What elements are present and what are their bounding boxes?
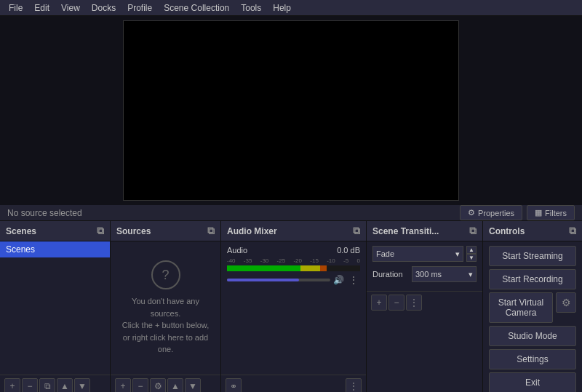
scenes-down-button[interactable]: ▼ [74,378,90,392]
sources-add-button[interactable]: + [115,378,131,392]
audio-mixer-panel: Audio Mixer ⧉ Audio 0.0 dB -40 -35 -30 -… [221,221,367,392]
audio-mixer-title: Audio Mixer [227,226,277,236]
audio-db: 0.0 dB [337,246,360,255]
transition-up-btn[interactable]: ▲ [466,246,477,254]
audio-meter [227,265,360,271]
transitions-content: Fade ▾ ▲ ▼ Duration 300 ms ▾ [367,241,482,291]
audio-row: Audio 0.0 dB [227,246,360,255]
studio-mode-button[interactable]: Studio Mode [489,326,576,346]
audio-options-button[interactable]: ⋮ [346,378,362,392]
preview-canvas [123,20,459,201]
controls-header: Controls ⧉ [483,221,582,241]
duration-label: Duration [372,270,409,279]
transition-add-button[interactable]: + [371,295,387,311]
scenes-add-button[interactable]: + [4,378,20,392]
scene-item-scenes[interactable]: Scenes [0,241,110,257]
properties-button[interactable]: ⚙ Properties [460,205,522,220]
meter-green [227,265,300,271]
source-status: No source selected [7,208,82,218]
transition-options-button[interactable]: ⋮ [406,295,422,311]
duration-chevron-icon: ▾ [469,270,473,279]
sources-empty-icon: ? [151,260,180,289]
menu-docks[interactable]: Docks [86,1,121,15]
scenes-toolbar: + − ⧉ ▲ ▼ [0,375,110,392]
chevron-down-icon: ▾ [455,249,460,259]
sources-down-button[interactable]: ▼ [185,378,201,392]
speaker-icon[interactable]: 🔊 [333,275,344,285]
volume-slider[interactable] [227,279,330,281]
sources-panel-icon[interactable]: ⧉ [207,225,215,237]
meter-red [320,265,327,271]
sources-content: ? You don't have any sources.Click the +… [111,241,220,375]
sources-panel: Sources ⧉ ? You don't have any sources.C… [111,221,221,392]
controls-panel-icon[interactable]: ⧉ [569,225,576,237]
audio-controls-row: 🔊 ⋮ [227,274,360,286]
audio-label: Audio [227,246,247,255]
controls-panel: Controls ⧉ Start Streaming Start Recordi… [483,221,582,392]
sources-settings-button[interactable]: ⚙ [150,378,166,392]
start-streaming-button[interactable]: Start Streaming [489,246,576,266]
scenes-title: Scenes [6,226,36,236]
start-virtual-camera-button[interactable]: Start Virtual Camera [489,292,553,323]
menu-edit[interactable]: Edit [28,1,55,15]
scenes-up-button[interactable]: ▲ [57,378,73,392]
menu-profile[interactable]: Profile [121,1,158,15]
volume-fill [227,279,299,281]
audio-toolbar: ⚭ ⋮ [221,375,366,392]
source-bar: No source selected ⚙ Properties ▦ Filter… [0,205,582,221]
meter-dark [327,265,360,271]
scenes-panel-icon[interactable]: ⧉ [97,225,104,237]
menu-view[interactable]: View [55,1,86,15]
meter-labels: -40 -35 -30 -25 -20 -15 -10 -5 0 [227,257,360,264]
transitions-header: Scene Transiti... ⧉ [367,221,482,241]
virtual-camera-row: Start Virtual Camera ⚙ [489,292,576,323]
start-recording-button[interactable]: Start Recording [489,269,576,289]
audio-mixer-icon[interactable]: ⧉ [353,225,360,237]
audio-content: Audio 0.0 dB -40 -35 -30 -25 -20 -15 -10… [221,241,366,375]
settings-button[interactable]: Settings [489,349,576,369]
scenes-list: Scenes [0,241,110,375]
virtual-camera-settings-icon[interactable]: ⚙ [556,292,576,313]
app-container: No source selected ⚙ Properties ▦ Filter… [0,16,582,392]
sources-toolbar: + − ⚙ ▲ ▼ [111,375,220,392]
controls-content: Start Streaming Start Recording Start Vi… [483,241,582,392]
menu-scene-collection[interactable]: Scene Collection [158,1,235,15]
menu-help[interactable]: Help [267,1,297,15]
controls-title: Controls [489,226,525,236]
transitions-panel: Scene Transiti... ⧉ Fade ▾ ▲ ▼ Duration [367,221,483,392]
audio-options-icon[interactable]: ⋮ [347,274,360,286]
sources-title: Sources [116,226,151,236]
menu-tools[interactable]: Tools [235,1,267,15]
menu-bar: File Edit View Docks Profile Scene Colle… [0,0,582,16]
sources-empty-text: You don't have any sources.Click the + b… [118,295,213,356]
transitions-panel-icon[interactable]: ⧉ [469,225,477,237]
sources-up-button[interactable]: ▲ [167,378,183,392]
scenes-panel: Scenes ⧉ Scenes + − ⧉ ▲ ▼ [0,221,111,392]
scenes-copy-button[interactable]: ⧉ [39,378,55,392]
transition-down-btn[interactable]: ▼ [466,254,477,262]
scenes-remove-button[interactable]: − [22,378,38,392]
preview-area [0,16,582,205]
transitions-toolbar: + − ⋮ [367,291,482,313]
transitions-title: Scene Transiti... [372,226,439,236]
transition-spinner: ▲ ▼ [466,246,477,262]
transition-select[interactable]: Fade ▾ [372,246,463,262]
meter-yellow [300,265,320,271]
filter-icon: ▦ [535,208,542,217]
bottom-panels: Scenes ⧉ Scenes + − ⧉ ▲ ▼ Sources ⧉ ? Yo [0,221,582,392]
duration-input[interactable]: 300 ms ▾ [412,266,477,282]
duration-row: Duration 300 ms ▾ [372,266,477,282]
duration-value: 300 ms [415,270,442,279]
gear-small-icon: ⚙ [468,208,475,217]
sources-remove-button[interactable]: − [132,378,148,392]
transition-select-row: Fade ▾ ▲ ▼ [372,246,477,262]
scenes-panel-header: Scenes ⧉ [0,221,110,241]
sources-panel-header: Sources ⧉ [111,221,220,241]
audio-mixer-header: Audio Mixer ⧉ [221,221,366,241]
filters-button[interactable]: ▦ Filters [527,205,575,220]
exit-button[interactable]: Exit [489,372,576,392]
transition-fade-label: Fade [376,249,394,258]
transition-remove-button[interactable]: − [388,295,404,311]
audio-link-button[interactable]: ⚭ [226,378,242,392]
menu-file[interactable]: File [3,1,28,15]
